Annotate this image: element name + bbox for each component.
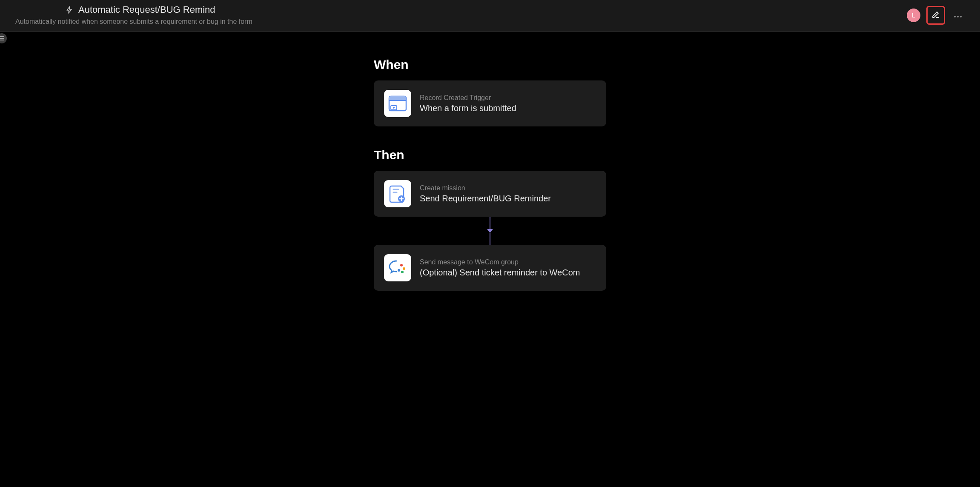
trigger-card-text: Record Created Trigger When a form is su…	[420, 94, 516, 113]
svg-point-1	[957, 16, 959, 17]
action-title-0: Send Requirement/BUG Reminder	[420, 194, 551, 203]
connector-line	[490, 217, 490, 229]
svg-point-19	[401, 271, 404, 273]
automation-title: Automatic Request/BUG Remind	[78, 4, 215, 15]
when-title: When	[374, 57, 606, 72]
connector-arrow-icon	[487, 229, 493, 233]
avatar[interactable]: L	[907, 9, 920, 22]
when-section: When Record Created Trigger When a form …	[374, 57, 606, 126]
connector	[374, 217, 606, 245]
header: Automatic Request/BUG Remind Automatical…	[0, 0, 980, 32]
trigger-title: When a form is submitted	[420, 103, 516, 113]
svg-rect-8	[389, 100, 406, 101]
more-button[interactable]	[951, 9, 965, 22]
action-label-0: Create mission	[420, 184, 551, 192]
svg-point-20	[398, 269, 400, 272]
action-card-create-mission[interactable]: Create mission Send Requirement/BUG Remi…	[374, 171, 606, 217]
content: When Record Created Trigger When a form …	[0, 32, 980, 338]
action-label-1: Send message to WeCom group	[420, 258, 580, 266]
action-card-text: Create mission Send Requirement/BUG Remi…	[420, 184, 551, 203]
then-section: Then Create mission Send Requirement/BUG	[374, 148, 606, 291]
edit-button[interactable]	[926, 6, 945, 25]
header-left: Automatic Request/BUG Remind Automatical…	[15, 4, 252, 26]
then-title: Then	[374, 148, 606, 162]
wecom-icon	[384, 254, 411, 281]
then-cards: Create mission Send Requirement/BUG Remi…	[374, 171, 606, 291]
more-icon	[954, 11, 962, 19]
svg-point-2	[960, 16, 962, 17]
automation-subtitle: Automatically notified when someone subm…	[15, 18, 252, 26]
lightning-icon	[66, 6, 73, 14]
trigger-card[interactable]: Record Created Trigger When a form is su…	[374, 80, 606, 126]
title-row: Automatic Request/BUG Remind	[15, 4, 252, 15]
document-add-icon	[384, 180, 411, 207]
action-title-1: (Optional) Send ticket reminder to WeCom	[420, 268, 580, 278]
form-icon	[384, 90, 411, 117]
menu-icon	[0, 34, 4, 42]
trigger-label: Record Created Trigger	[420, 94, 516, 102]
svg-point-18	[403, 267, 405, 270]
svg-point-0	[954, 16, 956, 17]
edit-icon	[931, 10, 940, 20]
connector-line	[490, 233, 490, 245]
action-card-text: Send message to WeCom group (Optional) S…	[420, 258, 580, 278]
svg-point-17	[400, 264, 403, 266]
action-card-wecom[interactable]: Send message to WeCom group (Optional) S…	[374, 245, 606, 291]
header-actions: L	[907, 4, 965, 25]
